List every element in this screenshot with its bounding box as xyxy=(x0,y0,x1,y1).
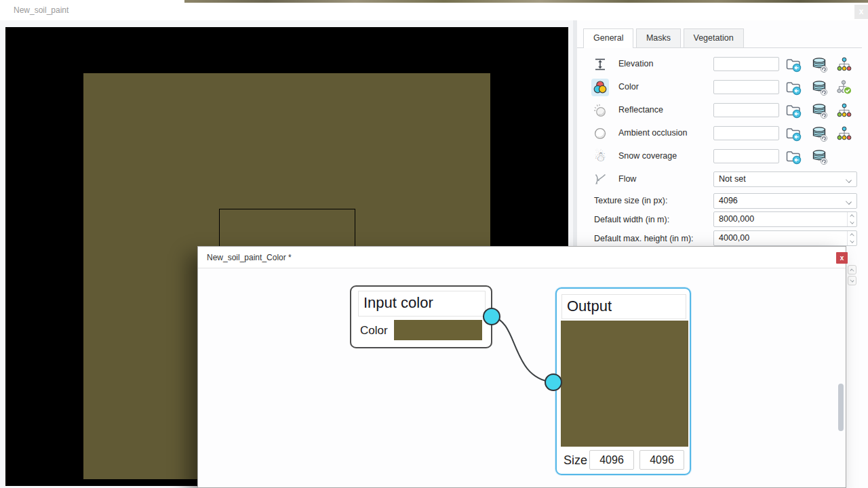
texture-size-label: Texture size (in px): xyxy=(594,196,667,205)
node-graph-active-icon[interactable] xyxy=(835,79,853,96)
spinner[interactable] xyxy=(847,231,856,245)
row-color: Color xyxy=(577,76,868,99)
ambient-occlusion-icon xyxy=(591,125,609,142)
app-titlebar: New_soil_paint x xyxy=(0,0,868,20)
default-width-row: Default width (in m): 8000,000 xyxy=(577,210,868,229)
default-width-value: 8000,000 xyxy=(719,214,754,224)
folder-import-icon[interactable] xyxy=(785,79,803,96)
close-icon[interactable]: x xyxy=(854,5,868,19)
color-path-input[interactable] xyxy=(713,80,779,94)
tab-vegetation[interactable]: Vegetation xyxy=(684,28,744,47)
default-width-input[interactable]: 8000,000 xyxy=(713,211,857,227)
output-node[interactable]: Output Size xyxy=(555,287,691,475)
database-icon[interactable] xyxy=(810,79,829,96)
node-graph-icon[interactable] xyxy=(835,102,853,119)
node-title-box: Output xyxy=(561,294,686,319)
chevron-down-icon xyxy=(846,177,852,183)
settings-fields: Texture size (in px): 4096 Default width… xyxy=(577,191,868,248)
folder-import-icon[interactable] xyxy=(785,56,803,73)
row-label: Elevation xyxy=(618,59,653,68)
background-terrain-strip xyxy=(184,0,868,3)
database-icon[interactable] xyxy=(810,56,829,73)
color-param-label: Color xyxy=(360,324,388,338)
flow-select[interactable]: Not set xyxy=(713,171,857,187)
snow-icon: ☃ xyxy=(591,148,609,165)
size-height-input[interactable] xyxy=(639,450,684,470)
row-label: Reflectance xyxy=(618,105,663,115)
node-title-box: Input color xyxy=(358,291,486,317)
size-label: Size xyxy=(564,453,587,468)
tab-general[interactable]: General xyxy=(583,28,633,48)
output-color-preview xyxy=(561,321,688,447)
node-graph-icon[interactable] xyxy=(835,56,853,73)
row-elevation: Elevation xyxy=(577,53,868,76)
row-label: Flow xyxy=(618,174,636,184)
editor-titlebar[interactable]: New_soil_paint_Color * x xyxy=(198,247,846,268)
default-max-height-input[interactable]: 4000,00 xyxy=(713,230,857,246)
folder-import-icon[interactable] xyxy=(785,148,803,165)
reflectance-path-input[interactable] xyxy=(713,103,779,117)
input-color-node[interactable]: Input color Color xyxy=(350,285,492,348)
node-title: Output xyxy=(562,295,686,315)
row-label: Snow coverage xyxy=(618,151,677,161)
texture-size-row: Texture size (in px): 4096 xyxy=(577,191,868,210)
layer-rows: Elevation xyxy=(577,53,868,191)
output-port-icon[interactable] xyxy=(483,308,500,325)
elevation-path-input[interactable] xyxy=(713,57,779,71)
close-icon[interactable]: x xyxy=(836,252,848,264)
row-snow-coverage: ☃ Snow coverage xyxy=(577,145,868,168)
flow-select-value: Not set xyxy=(719,174,746,184)
texture-size-select[interactable]: 4096 xyxy=(713,193,857,209)
flow-icon xyxy=(591,171,609,188)
database-icon[interactable] xyxy=(810,148,829,165)
node-connection-wire xyxy=(198,247,847,488)
editor-scrollbar-thumb[interactable] xyxy=(838,384,844,431)
folder-import-icon[interactable] xyxy=(785,102,803,119)
input-port-icon[interactable] xyxy=(545,373,562,391)
default-max-height-value: 4000,00 xyxy=(719,233,749,243)
snow-coverage-path-input[interactable] xyxy=(713,149,779,163)
node-title: Input color xyxy=(359,291,485,312)
spin-up-button[interactable] xyxy=(848,265,856,274)
row-reflectance: Reflectance xyxy=(577,99,868,122)
default-max-height-row: Default max. height (in m): 4000,00 xyxy=(577,229,868,248)
node-editor-window: New_soil_paint_Color * x Input color Col… xyxy=(197,246,846,488)
row-label: Color xyxy=(618,82,639,92)
elevation-icon xyxy=(591,56,609,73)
ambient-occlusion-path-input[interactable] xyxy=(713,126,779,140)
row-label: Ambient occlusion xyxy=(618,128,687,138)
node-graph-icon[interactable] xyxy=(835,125,853,142)
color-swatch[interactable] xyxy=(394,320,482,340)
color-icon xyxy=(591,79,609,96)
database-icon[interactable] xyxy=(810,102,829,119)
row-flow: Flow Not set xyxy=(577,168,868,191)
reflectance-icon xyxy=(591,102,609,119)
spinner[interactable] xyxy=(847,212,856,226)
chevron-down-icon xyxy=(846,199,852,205)
tab-masks[interactable]: Masks xyxy=(636,28,681,47)
default-width-label: Default width (in m): xyxy=(594,215,669,224)
app-title: New_soil_paint xyxy=(14,5,68,15)
default-max-height-label: Default max. height (in m): xyxy=(594,234,694,243)
texture-size-value: 4096 xyxy=(719,196,738,205)
database-icon[interactable] xyxy=(810,125,829,142)
folder-import-icon[interactable] xyxy=(785,125,803,142)
tab-bar: General Masks Vegetation xyxy=(577,28,862,48)
editor-title: New_soil_paint_Color * xyxy=(207,253,292,262)
size-width-input[interactable] xyxy=(589,450,634,470)
spin-down-button[interactable] xyxy=(848,276,856,285)
row-ambient-occlusion: Ambient occlusion xyxy=(577,122,868,145)
